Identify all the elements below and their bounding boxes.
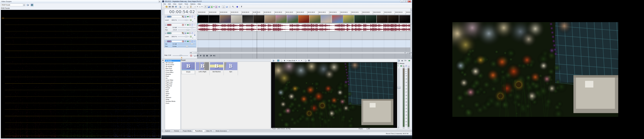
event-fade-handle[interactable] bbox=[198, 24, 198, 25]
undo-dropdown-icon[interactable] bbox=[197, 6, 198, 8]
volume-slider-thumb[interactable] bbox=[191, 43, 193, 45]
zoom-edit-tool-button[interactable] bbox=[232, 6, 234, 8]
envelope-edit-tool-button[interactable] bbox=[226, 6, 228, 8]
save-button[interactable] bbox=[168, 6, 171, 8]
zoom-in-icon[interactable] bbox=[409, 52, 410, 54]
zoom-in-vertical-icon[interactable] bbox=[410, 57, 412, 58]
pane-grip[interactable] bbox=[163, 64, 163, 70]
transition-list-item[interactable]: Flash bbox=[165, 75, 180, 77]
marker-bar[interactable] bbox=[197, 8, 410, 11]
scope-type-dropdown[interactable]: RGB Parade bbox=[1, 4, 25, 6]
transition-list-item[interactable]: Page Peel bbox=[165, 83, 180, 85]
video-thumbnail[interactable] bbox=[388, 15, 399, 23]
video-thumbnail[interactable] bbox=[287, 15, 298, 23]
stop-button[interactable] bbox=[206, 55, 208, 57]
menu-item[interactable]: Help bbox=[196, 3, 202, 5]
copy-button[interactable] bbox=[186, 6, 189, 8]
hscroll-thumb[interactable] bbox=[191, 52, 199, 54]
pan-slider-thumb[interactable] bbox=[187, 29, 189, 30]
video-thumbnail[interactable] bbox=[220, 15, 231, 23]
pan-slider[interactable] bbox=[178, 46, 196, 46]
track-name-input[interactable] bbox=[172, 32, 183, 34]
timeline-track4-row[interactable] bbox=[197, 40, 410, 48]
transition-preset[interactable]: B Spin bbox=[224, 62, 238, 75]
meter-clip-left[interactable]: -Inf. bbox=[402, 66, 406, 68]
scroll-down-icon[interactable] bbox=[410, 53, 412, 55]
transition-list-item[interactable]: Dissolve bbox=[165, 73, 180, 75]
track-name-input[interactable] bbox=[172, 16, 183, 18]
solo-icon[interactable]: ! bbox=[194, 32, 196, 34]
close-button[interactable] bbox=[408, 0, 411, 2]
playhead-cursor[interactable] bbox=[257, 11, 257, 58]
undo-button[interactable]: ↩ bbox=[194, 6, 196, 8]
parent-composite-icon[interactable]: α bbox=[190, 19, 192, 21]
automation-settings-icon[interactable] bbox=[189, 40, 191, 42]
track-header-video-3[interactable]: 3 ! Level: 100.0 % α bbox=[164, 32, 196, 40]
level-slider[interactable] bbox=[178, 20, 189, 20]
audio-event-stereo[interactable] bbox=[197, 24, 410, 32]
video-thumbnail[interactable] bbox=[343, 15, 354, 23]
transition-list-item[interactable]: Push bbox=[165, 89, 180, 90]
preview-quality-value[interactable]: Best (Full) bbox=[288, 60, 295, 62]
pan-slider-thumb[interactable] bbox=[186, 46, 188, 47]
meter-clip-right[interactable]: -Inf. bbox=[407, 66, 410, 68]
selection-edit-tool-button[interactable] bbox=[228, 6, 231, 8]
transition-list-item[interactable]: Slide bbox=[165, 90, 180, 92]
record-button[interactable] bbox=[190, 55, 192, 57]
master-fader-thumb[interactable] bbox=[397, 86, 400, 89]
scope-settings-button[interactable] bbox=[26, 4, 29, 6]
video-thumbnail[interactable] bbox=[209, 15, 220, 23]
whats-this-help-button[interactable] bbox=[240, 6, 243, 8]
ignore-event-grouping-button[interactable] bbox=[215, 6, 218, 8]
track-motion-icon[interactable] bbox=[182, 32, 184, 34]
redo-dropdown-icon[interactable] bbox=[202, 6, 202, 8]
dock-tab[interactable]: Project Media bbox=[180, 130, 194, 132]
maximize-button[interactable] bbox=[404, 0, 408, 2]
lock-envelopes-button[interactable] bbox=[210, 6, 213, 8]
transition-list-item[interactable]: Venetian Blinds bbox=[165, 100, 180, 102]
collapse-pane-icon[interactable] bbox=[162, 62, 164, 63]
playhead-handle[interactable] bbox=[256, 11, 258, 13]
transition-list-item[interactable]: 3D Shuffle bbox=[165, 66, 180, 68]
external-monitor-button[interactable] bbox=[277, 60, 280, 62]
scope-display-button[interactable] bbox=[31, 4, 34, 6]
bus-icon[interactable] bbox=[398, 62, 399, 64]
snapping-button[interactable] bbox=[204, 6, 207, 8]
video-thumbnail[interactable] bbox=[265, 15, 276, 23]
track-header-video-1[interactable]: 1 ! Level: 100.0 % α bbox=[164, 15, 196, 23]
transition-list-item[interactable]: Split bbox=[165, 94, 180, 96]
track-fx-icon[interactable] bbox=[187, 32, 188, 34]
transition-preset[interactable]: B Left to Right bbox=[196, 62, 210, 75]
transition-list-item[interactable]: Portals bbox=[165, 87, 180, 89]
track-grip-icon[interactable] bbox=[165, 40, 167, 42]
menu-item[interactable]: View bbox=[172, 3, 177, 5]
track-header-audio-2[interactable]: 2 Ø ! Vol: 0.0 dB Pan: 3 % R bbox=[164, 24, 196, 31]
track-grip-icon[interactable] bbox=[165, 32, 167, 34]
close-pane-icon[interactable] bbox=[162, 60, 164, 61]
video-thumbnail[interactable] bbox=[298, 15, 310, 23]
volume-slider-thumb[interactable] bbox=[191, 27, 193, 28]
make-compositing-child-icon[interactable] bbox=[194, 36, 196, 38]
track-grip-icon[interactable] bbox=[165, 16, 167, 18]
transition-list-item[interactable]: Clock Wipe bbox=[165, 69, 180, 71]
normal-edit-tool-button[interactable]: ◊ bbox=[222, 6, 225, 8]
transition-list-item[interactable]: 3D Blinds bbox=[165, 60, 180, 62]
interactive-tutorials-button[interactable] bbox=[236, 6, 239, 8]
solo-icon[interactable]: ! bbox=[194, 40, 196, 42]
transition-list-item[interactable]: Barn Door bbox=[165, 68, 180, 69]
video-thumbnail[interactable] bbox=[231, 15, 242, 23]
dock-tab[interactable]: Media Generators bbox=[213, 130, 230, 132]
save-snapshot-button[interactable] bbox=[308, 60, 310, 62]
track-fx-icon[interactable] bbox=[187, 24, 188, 26]
transition-list-item[interactable]: Spiral bbox=[165, 92, 180, 94]
mute-icon[interactable] bbox=[192, 24, 193, 26]
video-thumbnail[interactable] bbox=[321, 15, 332, 23]
track-grip-icon[interactable] bbox=[165, 24, 167, 26]
video-thumbnail[interactable] bbox=[399, 15, 410, 23]
new-project-button[interactable] bbox=[162, 6, 165, 8]
level-slider[interactable] bbox=[178, 36, 189, 37]
go-to-end-button[interactable] bbox=[213, 55, 215, 57]
rate-slider[interactable] bbox=[172, 56, 188, 56]
downmix-output-button[interactable] bbox=[401, 60, 404, 62]
compositing-mode-icon[interactable] bbox=[184, 16, 186, 18]
